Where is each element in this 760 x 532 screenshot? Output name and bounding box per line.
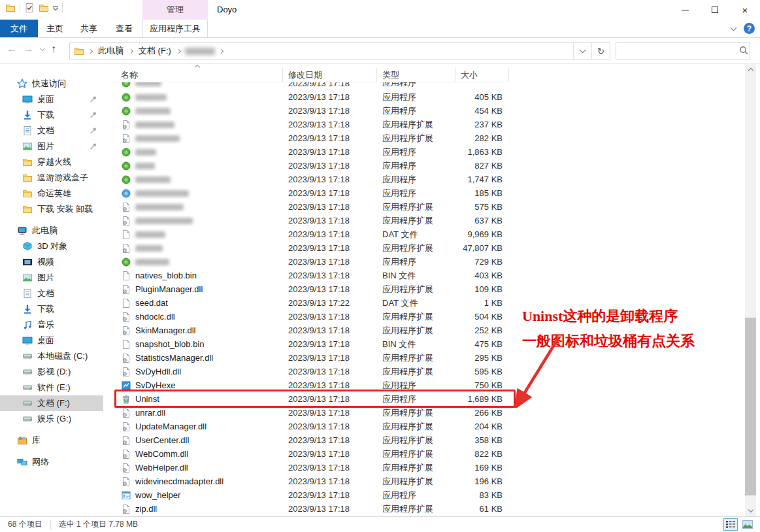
file-row[interactable]: 2023/9/13 17:18DAT 文件9,969 KB: [109, 227, 527, 241]
sidebar-item[interactable]: 图片: [0, 139, 103, 154]
back-button[interactable]: ←: [7, 43, 17, 55]
file-row[interactable]: unrar.dll2023/9/13 17:18应用程序扩展266 KB: [109, 406, 527, 420]
vertical-scrollbar[interactable]: [745, 64, 756, 516]
file-row[interactable]: 2023/9/13 17:18应用程序扩展575 KB: [109, 200, 527, 214]
file-row[interactable]: widevinecdmadapter.dll2023/9/13 17:18应用程…: [109, 474, 527, 488]
breadcrumb-blurred-folder[interactable]: [185, 48, 215, 55]
file-row[interactable]: 2023/9/13 17:18应用程序扩展237 KB: [109, 118, 527, 131]
file-row[interactable]: zip.dll2023/9/13 17:18应用程序扩展61 KB: [109, 502, 527, 516]
sidebar-item[interactable]: 娱乐 (G:): [0, 411, 103, 427]
collapse-ribbon-icon[interactable]: [731, 24, 737, 31]
file-row[interactable]: UserCenter.dll2023/9/13 17:18应用程序扩展358 K…: [109, 433, 527, 447]
tab-view[interactable]: 查看: [106, 20, 142, 37]
file-row[interactable]: wow_helper2023/9/13 17:18应用程序83 KB: [109, 488, 527, 502]
file-row[interactable]: 2023/9/13 17:18应用程序1,747 KB: [109, 173, 527, 186]
file-row[interactable]: StatisticsManager.dll2023/9/13 17:18应用程序…: [109, 351, 527, 365]
sidebar-item[interactable]: 音乐: [0, 317, 103, 333]
sidebar-item[interactable]: 3D 对象: [0, 239, 103, 254]
file-row[interactable]: 2023/9/13 17:18应用程序405 KB: [109, 90, 527, 104]
sidebar-item[interactable]: 网络: [0, 454, 103, 470]
file-row[interactable]: UpdateManager.dll2023/9/13 17:18应用程序扩展20…: [109, 420, 527, 433]
sidebar-item[interactable]: 桌面: [0, 333, 103, 348]
breadcrumb-drive-f[interactable]: 文档 (F:): [137, 45, 173, 57]
sidebar-item[interactable]: 本地磁盘 (C:): [0, 348, 103, 364]
tab-share[interactable]: 共享: [72, 20, 106, 37]
file-row[interactable]: 2023/9/13 17:18应用程序扩展282 KB: [109, 131, 527, 145]
dll-icon: [121, 325, 131, 336]
refresh-button[interactable]: ↻: [591, 43, 610, 59]
column-header-size[interactable]: 大小: [455, 68, 509, 82]
context-tab-manage[interactable]: 管理: [142, 0, 208, 20]
new-folder-icon[interactable]: [39, 3, 49, 13]
scrollbar-thumb[interactable]: [745, 318, 756, 495]
sidebar-item[interactable]: 视频: [0, 254, 103, 270]
search-input[interactable]: [616, 43, 739, 59]
properties-check-icon[interactable]: [24, 3, 35, 13]
sidebar-item[interactable]: 此电脑: [0, 223, 103, 239]
minimize-button[interactable]: [670, 0, 700, 20]
sidebar-item[interactable]: 库: [0, 433, 103, 448]
file-row[interactable]: 2023/9/13 17:18应用程序454 KB: [109, 104, 527, 118]
sidebar-item[interactable]: 快速访问: [0, 76, 103, 91]
file-row[interactable]: SvDyHdll.dll2023/9/13 17:18应用程序扩展595 KB: [109, 365, 527, 378]
dll-icon: [121, 243, 131, 254]
sidebar-item[interactable]: 下载: [0, 301, 103, 317]
sidebar-item[interactable]: 下载: [0, 107, 103, 123]
maximize-button[interactable]: [700, 0, 730, 20]
up-button[interactable]: ↑: [51, 43, 56, 55]
file-row[interactable]: seed.dat2023/9/13 17:22DAT 文件1 KB: [109, 296, 527, 310]
sidebar-item[interactable]: 图片: [0, 270, 103, 286]
file-row[interactable]: 2023/9/13 17:18应用程序827 KB: [109, 159, 527, 173]
column-header-date[interactable]: 修改日期: [283, 68, 377, 82]
file-row[interactable]: 2023/9/13 17:18应用程序729 KB: [109, 255, 527, 269]
address-bar[interactable]: 此电脑 文档 (F:) ↻: [69, 42, 610, 59]
folder-icon[interactable]: [5, 3, 16, 13]
pin-icon: [89, 95, 98, 104]
sidebar-item[interactable]: 影视 (D:): [0, 364, 103, 380]
sidebar-item[interactable]: 文档 (F:): [0, 395, 103, 411]
sidebar-item[interactable]: 命运英雄: [0, 186, 103, 201]
file-row[interactable]: WebComm.dll2023/9/13 17:18应用程序扩展822 KB: [109, 447, 527, 461]
file-row[interactable]: PluginManager.dll2023/9/13 17:18应用程序扩展10…: [109, 282, 527, 296]
file-row[interactable]: 2023/9/13 17:18应用程序扩展47,807 KB: [109, 241, 527, 255]
forward-button[interactable]: →: [24, 43, 34, 55]
breadcrumb-this-pc[interactable]: 此电脑: [97, 45, 125, 57]
sidebar-item[interactable]: 桌面: [0, 91, 103, 107]
file-row[interactable]: 2023/9/13 17:18应用程序185 KB: [109, 186, 527, 200]
scroll-up-button[interactable]: [745, 64, 756, 75]
sidebar-item[interactable]: 软件 (E:): [0, 380, 103, 395]
file-row[interactable]: shdoclc.dll2023/9/13 17:18应用程序扩展504 KB: [109, 310, 527, 324]
search-icon[interactable]: [739, 46, 748, 57]
qat-customize-button[interactable]: [53, 6, 58, 10]
file-row[interactable]: 2023/9/13 17:18应用程序: [109, 82, 527, 90]
thumbnail-view-button[interactable]: [740, 518, 755, 531]
sidebar-item[interactable]: 文档: [0, 286, 103, 301]
column-header-type[interactable]: 类型: [377, 68, 455, 82]
file-row[interactable]: WebHelper.dll2023/9/13 17:18应用程序扩展169 KB: [109, 461, 527, 474]
column-header-row: 名称 修改日期 类型 大小: [109, 68, 509, 82]
sidebar-item-label: 图片: [37, 141, 54, 152]
file-row[interactable]: natives_blob.bin2023/9/13 17:18BIN 文件403…: [109, 269, 527, 282]
recent-locations-icon[interactable]: [40, 46, 45, 51]
address-dropdown-button[interactable]: [573, 43, 591, 59]
tab-file[interactable]: 文件: [0, 20, 38, 37]
details-view-button[interactable]: [723, 518, 738, 531]
sidebar-item[interactable]: 穿越火线: [0, 154, 103, 170]
column-header-name[interactable]: 名称: [109, 68, 283, 82]
file-row[interactable]: 2023/9/13 17:18应用程序1,863 KB: [109, 145, 527, 159]
tab-home[interactable]: 主页: [38, 20, 72, 37]
breadcrumb-separator-icon: [219, 48, 223, 53]
disk-icon: [22, 367, 33, 377]
sidebar-item[interactable]: 逗游游戏盒子: [0, 170, 103, 186]
help-button[interactable]: ?: [744, 23, 755, 34]
tab-application-tools[interactable]: 应用程序工具: [142, 20, 208, 37]
file-row[interactable]: snapshot_blob.bin2023/9/13 17:18BIN 文件47…: [109, 337, 527, 351]
search-box[interactable]: [616, 42, 750, 59]
file-row[interactable]: 2023/9/13 17:18应用程序扩展637 KB: [109, 214, 527, 227]
sidebar-item[interactable]: 文档: [0, 123, 103, 139]
date-cell: 2023/9/13 17:18: [283, 120, 377, 129]
close-button[interactable]: ×: [730, 0, 760, 20]
file-row[interactable]: SkinManager.dll2023/9/13 17:18应用程序扩展252 …: [109, 324, 527, 337]
scroll-down-button[interactable]: [745, 505, 756, 516]
sidebar-item[interactable]: 下载 安装 卸载: [0, 201, 103, 217]
